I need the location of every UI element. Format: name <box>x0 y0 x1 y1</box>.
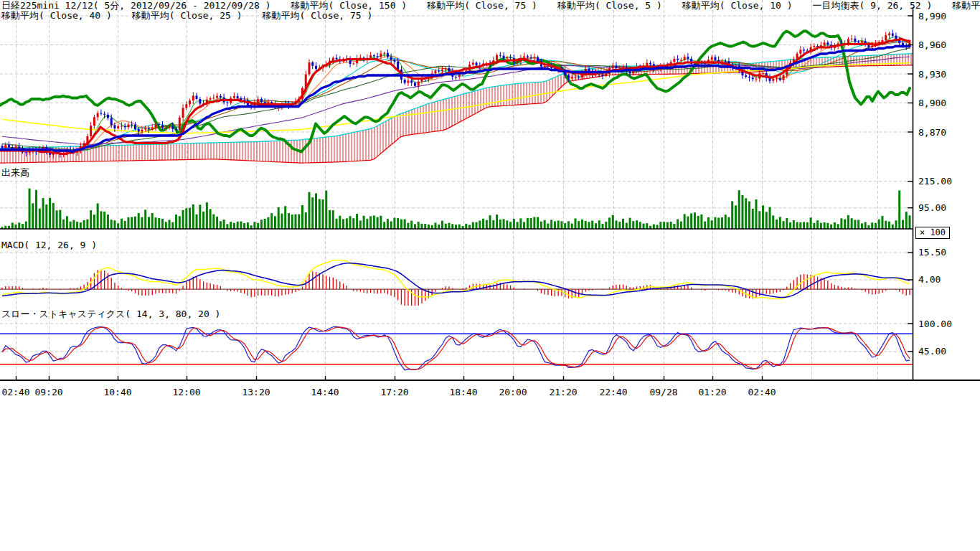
time-axis-label: 20:00 <box>499 387 527 397</box>
macd-axis-label: 15.50 <box>918 247 946 258</box>
macd-panel-label: MACD( 12, 26, 9 ) <box>1 240 97 250</box>
chart-application: 8,9908,9608,9308,9008,870215.0095.0015.5… <box>0 0 980 551</box>
legend-item: 移動平均( Close, 5 ) <box>557 1 662 11</box>
stoch-axis-label: 45.00 <box>918 346 946 357</box>
price-axis-label: 8,990 <box>918 11 946 22</box>
time-axis-label: 14:40 <box>311 387 339 397</box>
legend-item: 移動平均( Close, 150 ) <box>291 1 407 11</box>
chart-canvas: 8,9908,9608,9308,9008,870215.0095.0015.5… <box>0 0 980 551</box>
legend-item: 移動平均( Close, 40 ) <box>1 11 112 21</box>
chart-legend-line2: 移動平均( Close, 40 )移動平均( Close, 25 )移動平均( … <box>1 11 372 21</box>
price-panel <box>0 30 913 164</box>
time-axis-label: 02:40 <box>748 387 776 397</box>
time-axis-label: 01:20 <box>698 387 726 397</box>
legend-item: 日経225mini 12/12( 5分, 2012/09/26 - 2012/0… <box>1 1 271 11</box>
volume-axis-label: 95.00 <box>918 202 946 213</box>
price-axis-label: 8,930 <box>918 69 946 80</box>
time-axis-label: 02:40 <box>1 387 29 397</box>
chart-legend-line1: 日経225mini 12/12( 5分, 2012/09/26 - 2012/0… <box>1 1 980 11</box>
legend-item: 移動平均( Close, 20 ) <box>952 1 980 11</box>
gridlines <box>0 0 913 380</box>
volume-axis-label: 215.00 <box>918 176 952 187</box>
stochastics-panel-label: スロー・ストキャスティクス( 14, 3, 80, 20 ) <box>1 308 220 321</box>
legend-item: 移動平均( Close, 75 ) <box>427 1 537 11</box>
legend-item: 移動平均( Close, 75 ) <box>263 11 373 21</box>
volume-panel <box>0 189 913 229</box>
macd-axis-label: 4.00 <box>918 274 941 285</box>
time-axis-label: 22:40 <box>599 387 627 397</box>
price-axis-label: 8,870 <box>918 127 946 138</box>
price-axis-label: 8,960 <box>918 39 946 50</box>
time-axis-label: 17:20 <box>380 387 408 397</box>
time-axis-label: 12:00 <box>172 387 200 397</box>
legend-item: 一目均衡表( 9, 26, 52 ) <box>813 1 933 11</box>
volume-panel-label: 出来高 <box>1 166 29 179</box>
time-axis-label: 09:20 <box>34 387 62 397</box>
price-axis-label: 8,900 <box>918 98 946 108</box>
stoch-axis-label: 100.00 <box>918 319 952 329</box>
legend-item: 移動平均( Close, 25 ) <box>132 11 242 21</box>
stochastics-panel <box>0 326 913 369</box>
volume-multiplier-badge: × 100 <box>915 227 950 239</box>
time-axis-label: 21:20 <box>549 387 577 397</box>
time-axis-label: 09/28 <box>649 387 677 397</box>
time-axis-label: 18:40 <box>449 387 477 397</box>
macd-panel <box>0 260 913 309</box>
legend-item: 移動平均( Close, 10 ) <box>682 1 793 11</box>
candlesticks <box>1 30 911 159</box>
time-axis-label: 10:40 <box>103 387 131 397</box>
time-axis-label: 13:20 <box>242 387 270 397</box>
